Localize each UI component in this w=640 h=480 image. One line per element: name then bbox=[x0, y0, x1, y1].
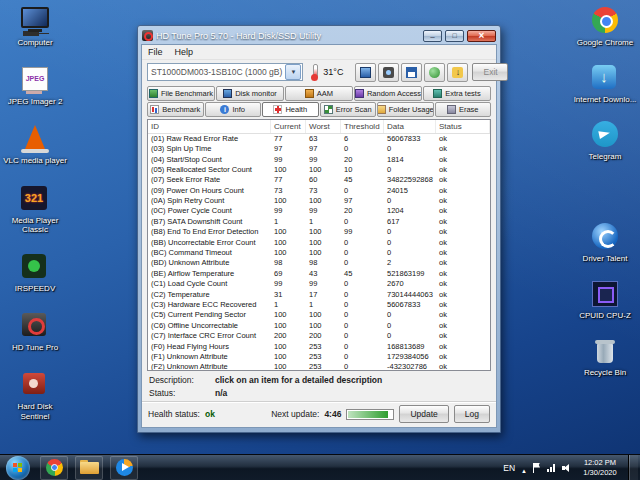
smart-row[interactable]: (F2) Unknown Attribute 100 253 0 -432302… bbox=[148, 362, 490, 371]
tab[interactable]: Folder Usage bbox=[377, 102, 434, 117]
toolbar-button[interactable] bbox=[401, 63, 422, 82]
desktop-icon[interactable]: IRSPEEDV bbox=[3, 252, 67, 293]
cell-threshold: 0 bbox=[341, 279, 384, 289]
cell-threshold: 0 bbox=[341, 186, 384, 196]
smart-row[interactable]: (C1) Load Cycle Count 99 99 0 2670 ok bbox=[148, 279, 490, 289]
smart-row[interactable]: (01) Raw Read Error Rate 77 63 6 5606783… bbox=[148, 134, 490, 144]
desktop-icon[interactable]: VLC media player bbox=[3, 124, 67, 165]
chevron-down-icon[interactable] bbox=[285, 64, 301, 80]
toolbar-button[interactable] bbox=[447, 63, 468, 82]
cell-id: (04) Start/Stop Count bbox=[148, 155, 271, 165]
cell-threshold: 0 bbox=[341, 331, 384, 341]
cell-status: ok bbox=[436, 300, 490, 310]
smart-row[interactable]: (C2) Temperature 31 17 0 73014444063 ok bbox=[148, 290, 490, 300]
titlebar[interactable]: HD Tune Pro 5.70 - Hard Disk/SSD Utility bbox=[141, 28, 497, 44]
cell-worst: 100 bbox=[306, 165, 341, 175]
tab[interactable]: Benchmark bbox=[147, 102, 204, 117]
tab[interactable]: File Benchmark bbox=[147, 86, 215, 101]
cell-worst: 17 bbox=[306, 290, 341, 300]
desktop-icon[interactable]: Media Player Classic bbox=[3, 184, 67, 234]
close-button[interactable] bbox=[467, 30, 496, 42]
smart-row[interactable]: (B7) SATA Downshift Count 1 1 0 617 ok bbox=[148, 217, 490, 227]
smart-row[interactable]: (F0) Head Flying Hours 100 253 0 1688136… bbox=[148, 342, 490, 352]
smart-row[interactable]: (09) Power On Hours Count 73 73 0 24015 … bbox=[148, 186, 490, 196]
taskbar-explorer-button[interactable] bbox=[75, 456, 103, 480]
log-button[interactable]: Log bbox=[454, 405, 490, 423]
desktop-icon[interactable]: Recycle Bin bbox=[573, 336, 637, 377]
temperature-value: 31°C bbox=[323, 67, 343, 77]
smart-row[interactable]: (07) Seek Error Rate 77 60 45 3482259286… bbox=[148, 175, 490, 185]
desktop-icon-image bbox=[588, 120, 622, 150]
desktop-icon[interactable]: Computer bbox=[3, 6, 67, 47]
smart-row[interactable]: (05) Reallocated Sector Count 100 100 10… bbox=[148, 165, 490, 175]
tab[interactable]: Info bbox=[205, 102, 262, 117]
toolbar-button[interactable] bbox=[355, 63, 376, 82]
menu-item[interactable]: Help bbox=[175, 47, 194, 57]
tab[interactable]: Error Scan bbox=[320, 102, 377, 117]
toolbar-button[interactable] bbox=[424, 63, 445, 82]
cell-current: 100 bbox=[271, 248, 306, 258]
cell-id: (BE) Airflow Temperature bbox=[148, 269, 271, 279]
drive-select[interactable]: ST1000DM003-1SB10C (1000 gB) bbox=[147, 63, 303, 81]
desktop-icon[interactable]: CPUID CPU-Z bbox=[573, 279, 637, 320]
show-desktop-button[interactable] bbox=[628, 455, 638, 480]
desktop-icons-left: Computer JPEG Imager 2 VLC media player … bbox=[2, 6, 68, 421]
volume-icon[interactable] bbox=[562, 463, 572, 472]
smart-row[interactable]: (BB) Uncorrectable Error Count 100 100 0… bbox=[148, 238, 490, 248]
smart-row[interactable]: (BD) Unknown Attribute 98 98 0 2 ok bbox=[148, 258, 490, 268]
smart-row[interactable]: (C7) Interface CRC Error Count 200 200 0… bbox=[148, 331, 490, 341]
start-button[interactable] bbox=[6, 456, 30, 480]
language-indicator[interactable]: EN bbox=[503, 463, 515, 473]
tab[interactable]: Extra tests bbox=[423, 86, 491, 101]
description-value: click on an item for a detailed descript… bbox=[215, 375, 382, 385]
taskbar-media-player-button[interactable] bbox=[110, 456, 138, 480]
clock[interactable]: 12:02 PM 1/30/2020 bbox=[578, 458, 622, 477]
minimize-button[interactable] bbox=[423, 30, 442, 42]
smart-row[interactable]: (C5) Current Pending Sector 100 100 0 0 … bbox=[148, 310, 490, 320]
cell-threshold: 97 bbox=[341, 196, 384, 206]
cell-current: 99 bbox=[271, 155, 306, 165]
toolbar-button[interactable] bbox=[378, 63, 399, 82]
smart-row[interactable]: (F1) Unknown Attribute 100 253 0 1729384… bbox=[148, 352, 490, 362]
smart-row[interactable]: (BC) Command Timeout 100 100 0 0 ok bbox=[148, 248, 490, 258]
smart-row[interactable]: (C3) Hardware ECC Recovered 1 1 0 560678… bbox=[148, 300, 490, 310]
tab[interactable]: Disk monitor bbox=[216, 86, 284, 101]
cell-status: ok bbox=[436, 165, 490, 175]
update-button[interactable]: Update bbox=[399, 405, 448, 423]
tab-label: Info bbox=[232, 105, 245, 114]
exit-button[interactable]: Exit bbox=[472, 63, 508, 81]
cell-worst: 200 bbox=[306, 331, 341, 341]
smart-row[interactable]: (03) Spin Up Time 97 97 0 0 ok bbox=[148, 144, 490, 154]
tab[interactable]: Erase bbox=[435, 102, 492, 117]
taskbar: EN 12:02 PM 1/30/2020 bbox=[0, 454, 640, 480]
desktop-icon[interactable]: HD Tune Pro bbox=[3, 311, 67, 352]
next-update-progress bbox=[346, 409, 394, 420]
desktop-icon[interactable]: Driver Talent bbox=[573, 222, 637, 263]
tab[interactable]: Random Access bbox=[354, 86, 422, 101]
desktop-icon[interactable]: Internet Downlo... bbox=[573, 63, 637, 104]
cell-threshold: 0 bbox=[341, 352, 384, 362]
smart-row[interactable]: (BE) Airflow Temperature 69 43 45 521863… bbox=[148, 269, 490, 279]
hidden-icons-arrow[interactable] bbox=[521, 459, 527, 477]
smart-row[interactable]: (B8) End To End Error Detection 100 100 … bbox=[148, 227, 490, 237]
menu-item[interactable]: File bbox=[148, 47, 163, 57]
tab[interactable]: Health bbox=[262, 102, 319, 117]
smart-row[interactable]: (0A) Spin Retry Count 100 100 97 0 ok bbox=[148, 196, 490, 206]
cell-data: 0 bbox=[384, 165, 436, 175]
desktop-icon[interactable]: Telegram bbox=[573, 120, 637, 161]
tab[interactable]: AAM bbox=[285, 86, 353, 101]
desktop-icon[interactable]: JPEG Imager 2 bbox=[3, 65, 67, 106]
hdtune-window: HD Tune Pro 5.70 - Hard Disk/SSD Utility… bbox=[137, 25, 501, 433]
smart-row[interactable]: (04) Start/Stop Count 99 99 20 1814 ok bbox=[148, 155, 490, 165]
taskbar-chrome-button[interactable] bbox=[40, 456, 68, 480]
network-icon[interactable] bbox=[547, 463, 556, 472]
smart-row[interactable]: (0C) Power Cycle Count 99 99 20 1204 ok bbox=[148, 206, 490, 216]
desktop-icon[interactable]: Google Chrome bbox=[573, 6, 637, 47]
action-center-icon[interactable] bbox=[533, 463, 541, 473]
maximize-button[interactable] bbox=[445, 30, 464, 42]
smart-row[interactable]: (C6) Offline Uncorrectable 100 100 0 0 o… bbox=[148, 321, 490, 331]
cell-current: 100 bbox=[271, 352, 306, 362]
cell-id: (C7) Interface CRC Error Count bbox=[148, 331, 271, 341]
cell-id: (B8) End To End Error Detection bbox=[148, 227, 271, 237]
desktop-icon[interactable]: Hard Disk Sentinel bbox=[3, 370, 67, 420]
